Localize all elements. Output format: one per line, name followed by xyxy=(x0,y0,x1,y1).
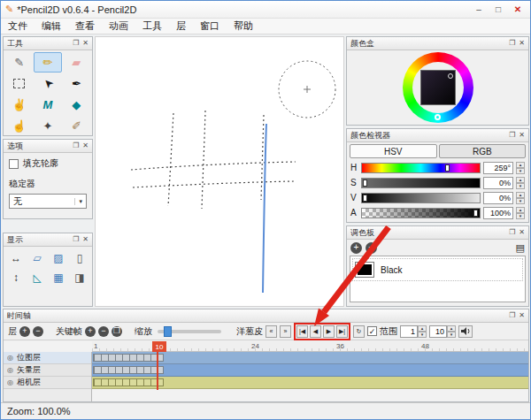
colorbox-float-icon[interactable]: ❐ xyxy=(509,40,515,47)
display-mirror-vertical[interactable]: ↕ xyxy=(6,269,26,286)
display-close-icon[interactable]: ✕ xyxy=(82,236,88,243)
hue-slider-handle[interactable] xyxy=(445,164,450,172)
options-close-icon[interactable]: ✕ xyxy=(82,142,88,149)
value-slider-handle[interactable] xyxy=(363,195,367,202)
menu-layer[interactable]: 层 xyxy=(169,19,193,34)
alpha-step-down-icon[interactable]: ▾ xyxy=(516,213,525,219)
tool-polyline[interactable]: M xyxy=(34,95,61,115)
camera-visibility-icon[interactable]: ◎ xyxy=(7,378,13,386)
timeline-float-icon[interactable]: ❐ xyxy=(509,312,515,319)
vector-visibility-icon[interactable]: ◎ xyxy=(7,366,13,374)
saturation-slider-handle[interactable] xyxy=(363,179,367,187)
hue-slider[interactable] xyxy=(361,163,481,173)
range-end-up-icon[interactable]: ▴ xyxy=(447,325,456,332)
range-end-value[interactable]: 10 xyxy=(429,325,447,338)
timeline-zoom-handle[interactable] xyxy=(164,326,172,337)
bitmap-keyframe-cells[interactable] xyxy=(93,354,164,362)
bitmap-visibility-icon[interactable]: ◎ xyxy=(7,354,13,362)
timeline-close-icon[interactable]: ✕ xyxy=(519,312,525,319)
tool-smudge[interactable]: ☝ xyxy=(5,116,33,136)
colorbox-close-icon[interactable]: ✕ xyxy=(519,40,525,47)
tool-move[interactable]: ➤ xyxy=(34,73,61,94)
menu-tools[interactable]: 工具 xyxy=(135,19,169,34)
tool-brush[interactable]: ✐ xyxy=(63,116,90,136)
duplicate-keyframe-button[interactable]: ❐ xyxy=(112,326,122,337)
playhead-line[interactable] xyxy=(157,352,158,390)
inspector-close-icon[interactable]: ✕ xyxy=(519,132,525,139)
layer-label-bitmap[interactable]: ◎ 位图层 xyxy=(4,352,91,364)
value-slider[interactable] xyxy=(361,193,481,203)
drawing-canvas[interactable] xyxy=(95,36,344,307)
range-checkbox[interactable]: ✓ xyxy=(367,326,377,336)
add-layer-button[interactable]: + xyxy=(19,326,30,337)
palette-float-icon[interactable]: ❐ xyxy=(509,229,515,236)
sound-toggle-button[interactable] xyxy=(458,325,473,338)
tool-pencil-sketch[interactable]: ✎ xyxy=(5,52,33,73)
menu-view[interactable]: 查看 xyxy=(68,19,102,34)
display-angle-a[interactable]: ▱ xyxy=(27,249,47,267)
fill-contour-option[interactable]: 填充轮廓 xyxy=(9,157,87,170)
value-step-up-icon[interactable]: ▴ xyxy=(516,192,525,198)
tab-hsv[interactable]: HSV xyxy=(350,144,437,158)
palette-close-icon[interactable]: ✕ xyxy=(519,229,525,236)
alpha-value[interactable]: 100% xyxy=(483,207,513,219)
remove-layer-button[interactable]: − xyxy=(33,326,43,337)
next-frame-button[interactable]: ▶| xyxy=(336,325,348,338)
inspector-float-icon[interactable]: ❐ xyxy=(509,132,515,139)
playhead[interactable]: 10 xyxy=(152,341,166,352)
options-float-icon[interactable]: ❐ xyxy=(73,142,79,149)
sv-marker[interactable] xyxy=(448,73,453,79)
saturation-step-down-icon[interactable]: ▾ xyxy=(516,183,525,189)
display-mirror-horizontal[interactable]: ↔ xyxy=(6,249,26,267)
display-float-icon[interactable]: ❐ xyxy=(73,236,79,243)
tool-eyedropper[interactable]: ✦ xyxy=(34,116,61,136)
range-end-down-icon[interactable]: ▾ xyxy=(447,332,456,338)
close-button[interactable]: ✕ xyxy=(510,3,526,16)
tool-hand[interactable]: ✌ xyxy=(5,95,33,115)
menu-file[interactable]: 文件 xyxy=(1,19,35,34)
saturation-value[interactable]: 0% xyxy=(483,177,513,189)
alpha-slider-handle[interactable] xyxy=(473,210,478,217)
saturation-slider[interactable] xyxy=(361,178,481,188)
display-grid-toggle[interactable]: ▦ xyxy=(49,269,68,286)
range-start-down-icon[interactable]: ▾ xyxy=(418,332,427,338)
value-value[interactable]: 0% xyxy=(483,192,513,204)
play-button[interactable]: ▶ xyxy=(323,325,335,338)
fill-contour-checkbox[interactable] xyxy=(9,159,19,169)
timeline-zoom-slider[interactable] xyxy=(158,330,221,333)
alpha-step-up-icon[interactable]: ▴ xyxy=(516,207,525,213)
hue-step-up-icon[interactable]: ▴ xyxy=(516,162,525,168)
hue-step-down-icon[interactable]: ▾ xyxy=(516,168,525,174)
tool-pen[interactable]: ✒ xyxy=(63,73,90,94)
loop-button[interactable]: ↻ xyxy=(353,325,365,338)
display-perspective[interactable]: ◺ xyxy=(27,269,47,286)
add-color-button[interactable]: + xyxy=(350,242,362,254)
tool-bucket[interactable]: ◆ xyxy=(63,95,90,115)
display-overlay[interactable]: ◨ xyxy=(70,269,89,286)
stabilizer-dropdown[interactable]: 无 ▾ xyxy=(9,194,87,209)
onion-prev-button[interactable]: « xyxy=(266,325,277,338)
display-thin-lines[interactable]: ▯ xyxy=(70,249,89,267)
tool-eraser[interactable]: ▰ xyxy=(63,52,90,73)
frame-ruler[interactable]: 1 24 36 48 10 xyxy=(92,341,528,352)
layer-label-camera[interactable]: ◎ 相机层 xyxy=(4,377,91,389)
camera-keyframe-cells[interactable] xyxy=(93,378,164,386)
minimize-button[interactable]: – xyxy=(471,3,487,16)
remove-keyframe-button[interactable]: − xyxy=(98,326,109,337)
tools-close-icon[interactable]: ✕ xyxy=(82,40,88,47)
previous-frame-button[interactable]: ◀ xyxy=(310,325,321,338)
menu-animation[interactable]: 动画 xyxy=(102,19,135,34)
maximize-button[interactable]: □ xyxy=(490,3,506,16)
range-start-up-icon[interactable]: ▴ xyxy=(418,325,427,332)
add-keyframe-button[interactable]: + xyxy=(85,326,96,337)
display-angle-b[interactable]: ▨ xyxy=(49,249,68,267)
hue-marker[interactable] xyxy=(435,114,441,120)
menu-window[interactable]: 窗口 xyxy=(193,19,227,34)
hue-value[interactable]: 259° xyxy=(483,162,513,174)
palette-view-mode-icon[interactable]: ▤ xyxy=(516,242,525,254)
layer-label-vector[interactable]: ◎ 矢量层 xyxy=(4,364,91,377)
tab-rgb[interactable]: RGB xyxy=(439,144,527,158)
color-wheel[interactable] xyxy=(403,52,473,123)
range-start-value[interactable]: 1 xyxy=(400,325,418,338)
vector-keyframe-cells[interactable] xyxy=(93,366,164,374)
